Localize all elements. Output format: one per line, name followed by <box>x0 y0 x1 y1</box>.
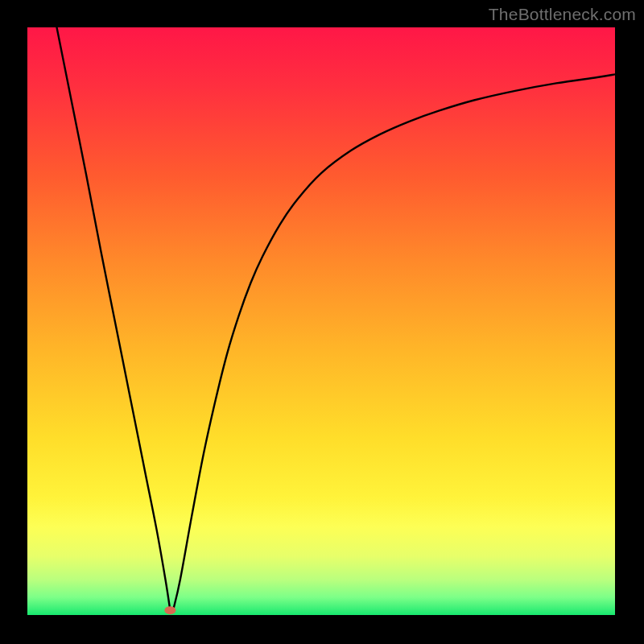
watermark-text: TheBottleneck.com <box>489 5 636 24</box>
bottleneck-chart <box>27 27 615 615</box>
chart-frame <box>27 27 615 615</box>
min-marker <box>164 606 175 614</box>
